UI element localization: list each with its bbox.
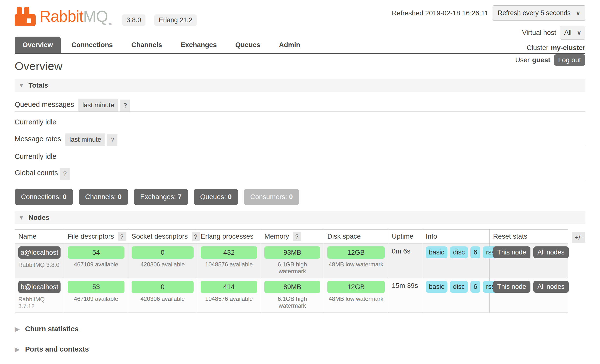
vhost-label: Virtual host — [522, 29, 556, 37]
tab-connections[interactable]: Connections — [64, 37, 121, 53]
fd-available: 467109 available — [68, 261, 124, 268]
tab-overview[interactable]: Overview — [15, 37, 61, 53]
node-row-b: b@localhost RabbitMQ 3.7.12 53 467109 av… — [15, 278, 568, 313]
erlang-version-badge: Erlang 21.2 — [154, 14, 197, 26]
rabbitmq-version-badge: 3.8.0 — [122, 14, 145, 26]
header: RabbitMQ™ 3.8.0 Erlang 21.2 Refreshed 20… — [15, 0, 585, 54]
fd-bar: 54 — [68, 246, 124, 259]
tab-queues[interactable]: Queues — [228, 37, 268, 53]
info-cell: basic disc 6 rss — [422, 278, 490, 313]
message-rates-row: Message rates last minute ? — [15, 133, 585, 146]
reset-this-node-button[interactable]: This node — [493, 246, 530, 258]
disk-cell: 12GB 48MB low watermark — [324, 243, 388, 278]
connections-count-button[interactable]: Connections: 0 — [15, 189, 73, 205]
totals-section-header[interactable]: ▼ Totals — [15, 79, 585, 92]
version-badges: 3.8.0 Erlang 21.2 — [122, 14, 197, 27]
proc-cell: 432 1048576 available — [197, 243, 261, 278]
col-disk-space: Disk space — [324, 230, 388, 243]
sd-cell: 0 420306 available — [128, 243, 197, 278]
nodes-title: Nodes — [29, 214, 50, 222]
sd-bar: 0 — [132, 281, 194, 293]
global-counts-label: Global counts — [15, 169, 58, 180]
disk-watermark: 48MB low watermark — [327, 295, 385, 302]
vhost-row: Virtual host All ∨ — [522, 26, 585, 40]
memory-bar: 93MB — [264, 246, 320, 259]
channels-count-button[interactable]: Channels: 0 — [79, 189, 128, 205]
node-name-badge[interactable]: b@localhost — [18, 281, 61, 293]
sd-available: 420306 available — [132, 295, 194, 302]
refreshed-timestamp: Refreshed 2019-02-18 16:26:11 — [392, 9, 488, 17]
rates-last-minute-tab[interactable]: last minute — [65, 133, 105, 146]
col-socket-descriptors: Socket descriptors ? — [128, 230, 197, 243]
disk-watermark: 48MB low watermark — [327, 261, 385, 268]
node-version: RabbitMQ 3.7.12 — [18, 296, 61, 310]
uptime-cell: 0m 6s — [388, 243, 422, 278]
trademark-icon: ™ — [108, 22, 112, 27]
refresh-interval-select[interactable]: Refresh every 5 seconds ∨ — [493, 5, 585, 21]
tab-channels[interactable]: Channels — [124, 37, 170, 53]
chevron-down-icon: ∨ — [576, 10, 580, 17]
reset-stats-cell: This node All nodes — [490, 278, 568, 313]
tab-admin[interactable]: Admin — [271, 37, 308, 53]
node-row-a: a@localhost RabbitMQ 3.8.0 54 467109 ava… — [15, 243, 568, 278]
disk-cell: 12GB 48MB low watermark — [324, 278, 388, 313]
column-toggle-button[interactable]: +/- — [572, 232, 585, 243]
help-icon[interactable]: ? — [120, 100, 130, 111]
col-reset-stats: Reset stats — [490, 230, 568, 243]
queued-status: Currently idle — [15, 118, 585, 126]
rabbitmq-logo-icon — [15, 7, 36, 27]
tab-exchanges[interactable]: Exchanges — [173, 37, 225, 53]
queued-last-minute-tab[interactable]: last minute — [78, 99, 118, 111]
col-info: Info — [422, 230, 490, 243]
page: RabbitMQ™ 3.8.0 Erlang 21.2 Refreshed 20… — [0, 0, 600, 364]
expand-triangle-icon: ▶ — [15, 345, 20, 353]
node-name-badge[interactable]: a@localhost — [18, 246, 61, 259]
reset-all-nodes-button[interactable]: All nodes — [533, 246, 569, 258]
cluster-row: Cluster my-cluster — [527, 44, 585, 52]
user-name: guest — [532, 56, 550, 64]
section-churn-statistics[interactable]: ▶ Churn statistics — [15, 325, 585, 333]
info-cell: basic disc 6 rss — [422, 243, 490, 278]
col-memory: Memory ? — [261, 230, 324, 243]
vhost-select[interactable]: All ∨ — [560, 26, 585, 40]
info-badge-basic: basic — [426, 246, 447, 258]
queued-messages-label: Queued messages — [15, 101, 74, 111]
table-header-row: Name File descriptors ? Socket descripto… — [15, 230, 568, 243]
reset-this-node-button[interactable]: This node — [493, 281, 530, 293]
info-badge-disc: disc — [450, 246, 468, 258]
memory-cell: 89MB 6.1GB high watermark — [261, 278, 324, 313]
memory-watermark: 6.1GB high watermark — [264, 261, 320, 275]
help-icon[interactable]: ? — [293, 232, 301, 241]
exchanges-count-button[interactable]: Exchanges: 7 — [134, 189, 188, 205]
nodes-section-header[interactable]: ▼ Nodes — [15, 211, 585, 224]
fd-available: 467109 available — [68, 295, 124, 302]
chevron-down-icon: ∨ — [577, 29, 581, 36]
help-icon[interactable]: ? — [107, 134, 117, 146]
fd-cell: 54 467109 available — [64, 243, 128, 278]
proc-cell: 414 1048576 available — [197, 278, 261, 313]
help-icon[interactable]: ? — [118, 232, 126, 241]
logout-button[interactable]: Log out — [554, 54, 585, 66]
reset-all-nodes-button[interactable]: All nodes — [533, 281, 569, 293]
fd-cell: 53 467109 available — [64, 278, 128, 313]
node-name-cell: a@localhost RabbitMQ 3.8.0 — [15, 243, 64, 278]
proc-available: 1048576 available — [201, 261, 257, 268]
info-badge-disc: disc — [450, 281, 468, 293]
disk-bar: 12GB — [327, 246, 385, 259]
proc-bar: 432 — [201, 246, 257, 259]
info-badge-basic: basic — [426, 281, 447, 293]
sd-bar: 0 — [132, 246, 194, 259]
help-icon[interactable]: ? — [60, 168, 70, 180]
help-icon[interactable]: ? — [192, 232, 200, 241]
queues-count-button[interactable]: Queues: 0 — [194, 189, 238, 205]
totals-title: Totals — [29, 81, 48, 89]
col-name: Name — [15, 230, 64, 243]
cluster-label: Cluster — [527, 44, 548, 52]
info-badge-cores: 6 — [470, 246, 480, 258]
col-file-descriptors: File descriptors ? — [64, 230, 128, 243]
memory-bar: 89MB — [264, 281, 320, 293]
collapse-triangle-icon: ▼ — [19, 82, 24, 89]
node-version: RabbitMQ 3.8.0 — [18, 262, 61, 268]
user-row: User guest Log out — [515, 54, 585, 68]
section-ports-and-contexts[interactable]: ▶ Ports and contexts — [15, 345, 585, 353]
